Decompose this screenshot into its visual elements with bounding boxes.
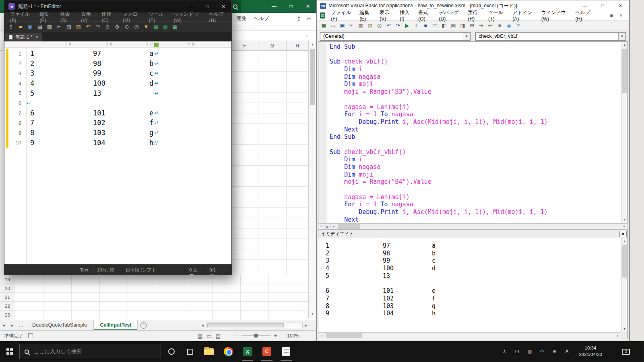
- pen-icon[interactable]: ◍: [524, 349, 535, 354]
- taskbar-notepad-app[interactable]: [277, 341, 295, 362]
- procedure-view-button[interactable]: ≡: [318, 224, 324, 229]
- immediate-window-titlebar[interactable]: イミディエイト ✕: [318, 230, 627, 238]
- sheet-nav-prev-icon[interactable]: ◄: [0, 320, 8, 330]
- scroll-up-icon[interactable]: ▲: [621, 42, 627, 48]
- emeditor-text-area[interactable]: 1197a↵2298b↵3399c↵44100d↵5513↵6↵76101e↵8…: [4, 48, 231, 264]
- chevron-down-icon[interactable]: ▼: [618, 33, 625, 40]
- excel-grid[interactable]: [231, 51, 308, 275]
- vba-close-button[interactable]: ✕: [611, 0, 629, 11]
- add-sheet-button[interactable]: +: [138, 320, 150, 330]
- sheet-nav-next-icon[interactable]: ►: [8, 320, 16, 330]
- indent-icon[interactable]: ⇥: [477, 23, 486, 29]
- child-restore-button[interactable]: ▣: [607, 13, 616, 18]
- taskbar-excel[interactable]: X: [238, 341, 257, 362]
- scroll-up-icon[interactable]: ▲: [309, 41, 316, 48]
- start-button[interactable]: [0, 341, 19, 362]
- network-icon[interactable]: ◠: [537, 349, 547, 354]
- scroll-down-icon[interactable]: ▼: [621, 326, 627, 332]
- full-module-view-button[interactable]: ≣: [324, 224, 330, 229]
- scrollbar-track[interactable]: [206, 323, 303, 328]
- task-view-button[interactable]: [181, 341, 199, 362]
- code-vertical-scrollbar[interactable]: ▲ ▼: [621, 42, 627, 223]
- share-icon[interactable]: ↥: [297, 16, 301, 22]
- csv-mode-icon[interactable]: ▦: [161, 24, 170, 30]
- cut-icon[interactable]: ✂: [347, 23, 356, 29]
- vba-code-window[interactable]: End Sub Sub check_vbLf() Dim i Dim nagas…: [318, 41, 628, 223]
- excel-horizontal-scrollbar[interactable]: ◄ ►: [200, 323, 309, 328]
- design-mode-icon[interactable]: ◫: [430, 23, 440, 29]
- vba-code-text[interactable]: End Sub Sub check_vbLf() Dim i Dim nagas…: [330, 43, 619, 224]
- scrollbar-thumb[interactable]: [326, 333, 362, 338]
- scroll-up-icon[interactable]: ▲: [621, 238, 627, 245]
- code-margin-bar[interactable]: [318, 42, 326, 223]
- scrollbar-thumb[interactable]: [338, 224, 360, 229]
- scroll-left-icon[interactable]: ◂: [330, 224, 337, 229]
- zoom-percentage[interactable]: 100%: [283, 333, 299, 339]
- menu-item[interactable]: 表示(V): [376, 9, 396, 22]
- status-selection-lines[interactable]: 0/1 行: [205, 267, 225, 273]
- status-encoding[interactable]: 日本語 (シフト JIS): [121, 267, 166, 273]
- zoom-in-icon[interactable]: ⊕: [112, 24, 122, 30]
- redo-icon[interactable]: ↷: [393, 23, 402, 29]
- project-explorer-icon[interactable]: ◧: [440, 23, 449, 29]
- menu-item[interactable]: 編集(E): [36, 11, 57, 23]
- macro-record-icon[interactable]: [28, 333, 33, 338]
- run-icon[interactable]: ▶: [402, 23, 412, 29]
- scrollbar-thumb[interactable]: [622, 49, 627, 93]
- save-icon[interactable]: ▣: [25, 24, 35, 30]
- formula-bar-expand-icon[interactable]: ⌄: [305, 33, 309, 38]
- toolbox-icon[interactable]: ⊞: [467, 23, 477, 29]
- sheet-tab-cellinputtest[interactable]: CellInputTest: [93, 320, 138, 330]
- code-horizontal-scrollbar[interactable]: ≡ ≣ ◂ ▸: [318, 223, 628, 230]
- excel-minimize-button[interactable]: —: [266, 0, 283, 13]
- row-header[interactable]: 22: [0, 302, 15, 311]
- scroll-right-icon[interactable]: ►: [303, 323, 309, 327]
- row-header[interactable]: 19: [0, 275, 15, 284]
- paste-icon[interactable]: ▧: [74, 24, 83, 30]
- menu-item[interactable]: ヘルプ(H): [206, 11, 231, 23]
- excel-close-button[interactable]: ✕: [299, 0, 316, 13]
- immediate-close-button[interactable]: ✕: [619, 231, 627, 237]
- excel-grid-bottom[interactable]: 1920212223: [0, 275, 308, 320]
- scrollbar-track[interactable]: [325, 333, 615, 339]
- ime-mode-icon[interactable]: A: [561, 349, 572, 354]
- menu-item[interactable]: アドイン(A): [509, 9, 538, 22]
- menu-item[interactable]: ファイル(F): [328, 9, 356, 22]
- copy-icon[interactable]: ▨: [64, 24, 74, 30]
- sheet-tab-overflow[interactable]: …: [16, 320, 26, 330]
- find-icon[interactable]: ◎: [375, 23, 384, 29]
- menu-item[interactable]: 検索(S): [57, 11, 78, 23]
- status-caret-position[interactable]: 10行, 30桁: [93, 267, 121, 273]
- view-excel-icon[interactable]: ▦: [319, 23, 328, 29]
- menu-item[interactable]: 挿入(I): [396, 9, 415, 22]
- taskbar-red-app[interactable]: C: [258, 341, 276, 362]
- new-file-icon[interactable]: ▯: [6, 24, 16, 30]
- immediate-vertical-scrollbar[interactable]: ▲ ▼: [621, 238, 627, 332]
- action-center-button[interactable]: 3: [617, 341, 635, 362]
- tablet-mode-icon[interactable]: ⊡: [512, 349, 522, 354]
- taskbar-search-box[interactable]: ここに入力して検索: [19, 344, 161, 359]
- scrollbar-track[interactable]: [337, 224, 621, 229]
- zoom-out-icon[interactable]: ⊖: [103, 24, 112, 30]
- table-mode-icon[interactable]: ▦: [170, 24, 180, 30]
- break-icon[interactable]: ‖: [412, 23, 421, 29]
- taskbar-clock[interactable]: 10:34 2021/04/30: [573, 341, 608, 362]
- print-icon[interactable]: ▤: [35, 24, 45, 30]
- menu-item[interactable]: 開発: [233, 15, 250, 22]
- menu-item[interactable]: ファイル(F): [7, 11, 36, 23]
- page-break-view-icon[interactable]: ▤: [216, 333, 221, 339]
- resize-grip-icon[interactable]: ⋰: [225, 267, 229, 272]
- immediate-horizontal-scrollbar[interactable]: ◂ ▸: [318, 332, 621, 339]
- row-header[interactable]: 20: [0, 284, 15, 293]
- menu-item[interactable]: ツール(T): [146, 11, 171, 23]
- zoom-reset-icon[interactable]: ⊙: [122, 24, 132, 30]
- immediate-window[interactable]: イミディエイト ✕ 197a298b399c4100d513 6101e7102…: [318, 230, 628, 339]
- taskbar-chrome[interactable]: [219, 341, 237, 362]
- chevron-down-icon[interactable]: ▼: [463, 33, 470, 40]
- redo-icon[interactable]: ↷: [93, 24, 103, 30]
- menu-item[interactable]: 比較(C): [99, 11, 120, 23]
- print-preview-icon[interactable]: ▥: [45, 24, 54, 30]
- comment-block-icon[interactable]: ≡: [495, 23, 504, 29]
- hidden-icons-icon[interactable]: ∧: [499, 349, 510, 354]
- scroll-left-icon[interactable]: ◄: [200, 323, 206, 327]
